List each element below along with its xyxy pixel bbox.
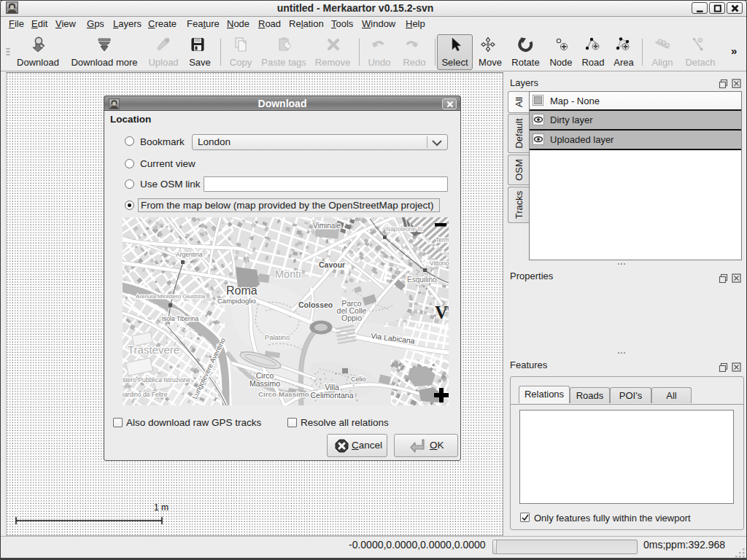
- svg-text:Napoleone III: Napoleone III: [386, 225, 423, 233]
- svg-text:Viminale: Viminale: [313, 222, 341, 230]
- svg-text:Termini - La: Termini - La: [436, 236, 449, 244]
- svg-text:Roma: Roma: [226, 284, 258, 297]
- svg-text:Circo Massimo: Circo Massimo: [258, 390, 309, 398]
- svg-text:stero Pubblica Istruzione: stero Pubblica Istruzione: [123, 376, 190, 384]
- svg-text:Argentina: Argentina: [176, 251, 203, 258]
- svg-text:Colosseo: Colosseo: [298, 300, 333, 309]
- svg-text:iardino da Feltre: iardino da Feltre: [123, 391, 168, 398]
- svg-text:Vittorio Emanuele: Vittorio Emanuele: [430, 260, 449, 267]
- svg-text:Oppio: Oppio: [341, 314, 362, 322]
- svg-text:Esquilino: Esquilino: [407, 276, 437, 284]
- svg-text:Celimontana: Celimontana: [311, 391, 354, 400]
- svg-text:1 m: 1 m: [154, 502, 169, 513]
- svg-text:Monti: Monti: [275, 268, 301, 280]
- svg-text:Campidoglio: Campidoglio: [217, 297, 256, 305]
- svg-text:Trastevere: Trastevere: [128, 343, 179, 356]
- svg-text:Celio: Celio: [351, 376, 366, 383]
- svg-text:Massimo: Massimo: [249, 379, 280, 388]
- svg-text:Palatino: Palatino: [265, 333, 290, 341]
- svg-text:Ma: Ma: [444, 305, 449, 312]
- svg-text:Isola Tiberina: Isola Tiberina: [162, 315, 199, 322]
- svg-text:Cavour: Cavour: [319, 260, 345, 269]
- svg-text:Arenula Ministero Giustizia: Arenula Ministero Giustizia: [136, 293, 206, 300]
